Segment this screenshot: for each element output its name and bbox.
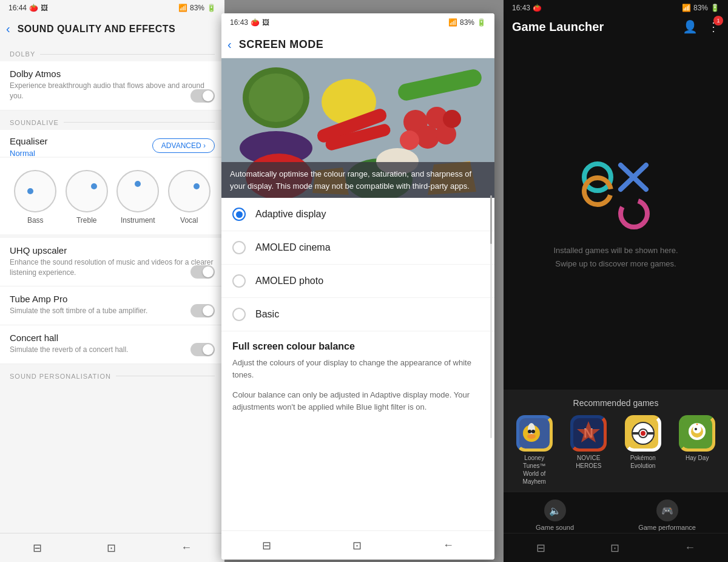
bass-knob[interactable] <box>14 170 56 212</box>
svg-point-25 <box>528 423 535 435</box>
back-button-screen[interactable]: ‹ <box>228 38 232 52</box>
radio-circle-cinema <box>232 241 246 254</box>
radio-label-adaptive: Adaptive display <box>255 209 326 220</box>
instrument-knob[interactable] <box>116 170 159 212</box>
game-sound-label: Game sound <box>536 524 574 531</box>
svg-point-36 <box>641 431 645 436</box>
concert-hall-item[interactable]: Concert hall Simulate the reverb of a co… <box>0 325 224 364</box>
recommended-section: Recommended games Looney Tunes™World of … <box>504 390 728 492</box>
equaliser-section: Equaliser Normal ADVANCED › <box>0 130 224 157</box>
back-nav-screen[interactable]: ← <box>443 539 454 552</box>
hayday-label: Hay Day <box>686 454 709 462</box>
game-sound-item[interactable]: 🔈 Game sound <box>536 499 574 531</box>
battery-sound: 83% <box>190 4 204 12</box>
scrollbar-track <box>490 198 492 438</box>
game-performance-label: Game performance <box>638 524 696 531</box>
game-header-actions: 👤 ⋮ 1 <box>682 19 720 34</box>
radio-circle-basic <box>232 308 246 321</box>
phone-screen-mode: 16:43 🍅 🖼 📶 83%🔋 ‹ SCREEN MODE <box>221 13 494 560</box>
menu-icon-wrap: ⋮ 1 <box>707 19 720 34</box>
game-performance-icon: 🎮 <box>656 499 678 521</box>
back-nav-game[interactable]: ← <box>684 541 695 554</box>
game-item-pokemon[interactable]: Pokémon Evolution <box>621 415 665 486</box>
uhq-sub: Enhance the sound resolution of music an… <box>10 257 215 278</box>
bass-knob-wrap: Bass <box>14 170 56 225</box>
vocal-knob[interactable] <box>168 170 211 212</box>
time-screen: 16:43 <box>230 18 248 27</box>
time-sound: 16:44 <box>8 4 27 12</box>
pokemon-label: Pokémon Evolution <box>621 454 665 470</box>
section-sound-personalisation: SOUND PERSONALISATION <box>0 364 224 384</box>
radio-list: Adaptive display AMOLED cinema AMOLED ph… <box>221 198 494 530</box>
radio-circle-adaptive <box>232 208 246 221</box>
battery-screen: 83% <box>460 18 474 27</box>
radio-label-photo: AMOLED photo <box>255 276 323 286</box>
tube-amp-item[interactable]: Tube Amp Pro Simulate the soft timbre of… <box>0 286 224 325</box>
treble-label: Treble <box>76 216 97 225</box>
alert-icon-game: 🍅 <box>533 4 542 12</box>
svg-point-12 <box>400 130 419 150</box>
nav-bar-game: ⊟ ⊡ ← <box>504 533 728 562</box>
novice-icon: N <box>570 415 607 452</box>
concert-hall-toggle[interactable] <box>190 343 215 356</box>
home-screen[interactable]: ⊡ <box>352 539 362 552</box>
tube-amp-sub: Simulate the soft timbre of a tube ampli… <box>10 306 215 316</box>
status-time-screen: 16:43 🍅 🖼 <box>230 18 269 27</box>
radio-amoled-photo[interactable]: AMOLED photo <box>221 265 494 298</box>
recent-apps-icon[interactable]: ⊟ <box>33 541 42 555</box>
concert-hall-title: Concert hall <box>10 333 215 343</box>
instrument-label: Instrument <box>121 216 155 225</box>
battery-game: 83% <box>693 4 708 12</box>
status-icons-screen: 📶 83%🔋 <box>448 18 486 27</box>
page-title-screen: SCREEN MODE <box>239 38 324 51</box>
game-performance-item[interactable]: 🎮 Game performance <box>638 499 696 531</box>
scrollbar-thumb[interactable] <box>490 198 492 244</box>
alert-icon-screen: 🍅 <box>251 18 260 27</box>
treble-knob-wrap: Treble <box>66 170 108 225</box>
game-empty-message: Installed games will be shown here. Swip… <box>553 244 678 271</box>
profile-icon[interactable]: 👤 <box>682 19 698 34</box>
section-dolby: DOLBY <box>0 42 224 61</box>
radio-amoled-cinema[interactable]: AMOLED cinema <box>221 231 494 265</box>
equalizer-knobs: Bass Treble Instrument Vocal <box>0 158 224 234</box>
svg-point-10 <box>416 126 439 149</box>
recent-apps-game[interactable]: ⊟ <box>536 541 545 555</box>
game-sound-icon: 🔈 <box>544 499 566 521</box>
bass-label: Bass <box>27 216 44 225</box>
game-item-hayday[interactable]: Hay Day <box>675 415 719 486</box>
knobs-row: Bass Treble Instrument Vocal <box>10 164 215 225</box>
alert-icon-sound: 🍅 <box>29 4 38 12</box>
treble-knob[interactable] <box>66 170 108 212</box>
back-button-sound[interactable]: ‹ <box>6 22 10 36</box>
home-game[interactable]: ⊡ <box>610 541 619 555</box>
uhq-toggle[interactable] <box>190 265 215 279</box>
game-item-novice[interactable]: N NOVICE HEROES <box>567 415 610 486</box>
tube-amp-title: Tube Amp Pro <box>10 294 215 304</box>
time-game: 16:43 <box>512 4 530 12</box>
advanced-button[interactable]: ADVANCED › <box>152 138 215 153</box>
concert-hall-sub: Simulate the reverb of a concert hall. <box>10 345 215 355</box>
nav-bar-screen: ⊟ ⊡ ← <box>221 530 494 560</box>
svg-point-27 <box>531 430 535 433</box>
vocal-dot <box>194 183 200 189</box>
svg-point-13 <box>443 110 461 128</box>
status-bar-sound: 16:44 🍅 🖼 📶 83%🔋 <box>0 0 224 16</box>
header-sound: ‹ SOUND QUALITY AND EFFECTS <box>0 16 224 42</box>
uhq-item[interactable]: UHQ upscaler Enhance the sound resolutio… <box>0 238 224 287</box>
radio-basic[interactable]: Basic <box>221 298 494 331</box>
radio-adaptive-display[interactable]: Adaptive display <box>221 198 494 231</box>
dolby-atmos-toggle[interactable] <box>190 89 215 103</box>
status-icons-game: 📶 83%🔋 <box>682 4 720 12</box>
recent-apps-screen[interactable]: ⊟ <box>262 539 271 552</box>
dolby-atmos-item[interactable]: Dolby Atmos Experience breakthrough audi… <box>0 61 224 110</box>
page-title-sound: SOUND QUALITY AND EFFECTS <box>18 24 176 35</box>
game-item-looney[interactable]: Looney Tunes™World of Mayhem <box>513 415 556 486</box>
game-center: Installed games will be shown here. Swip… <box>504 40 728 390</box>
radio-label-basic: Basic <box>255 309 279 320</box>
section-soundalive: SOUNDALIVE <box>0 110 224 130</box>
back-nav-icon[interactable]: ← <box>181 541 192 554</box>
tube-amp-toggle[interactable] <box>190 304 215 317</box>
svg-point-42 <box>695 428 697 430</box>
home-icon[interactable]: ⊡ <box>107 541 116 555</box>
status-icons-sound: 📶 83%🔋 <box>178 4 216 12</box>
